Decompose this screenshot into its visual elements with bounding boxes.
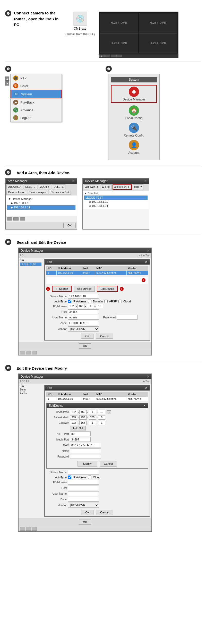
table-row-1[interactable]: 1 192.168.1.10 34567 00:12:12:5e:bf:7c H… bbox=[46, 271, 148, 275]
ip-search-btn[interactable]: IP Search bbox=[52, 286, 72, 292]
modify-btn1[interactable]: MODIFY bbox=[38, 184, 51, 189]
popup-ip-4[interactable] bbox=[98, 410, 105, 414]
area-manager-close[interactable]: ✕ bbox=[72, 179, 75, 183]
dm-account[interactable]: 👤 Account bbox=[111, 140, 157, 155]
form-password-label: Password bbox=[100, 316, 116, 319]
step6-device-name-input[interactable] bbox=[68, 470, 99, 474]
area-manager-ok[interactable]: OK bbox=[63, 223, 76, 228]
dm2-add-d[interactable]: ADD D bbox=[101, 184, 112, 190]
step6-outer-ok[interactable]: OK bbox=[79, 520, 91, 525]
step5-dm-close[interactable]: ✕ bbox=[147, 249, 149, 252]
menu-advance[interactable]: 🔧 Advance bbox=[11, 106, 62, 114]
step6-bottom-btn-1[interactable] bbox=[20, 527, 25, 531]
dm-remote-config[interactable]: 🔌 Remote Config bbox=[111, 123, 157, 137]
auto-get-btn[interactable]: Auto Get bbox=[70, 426, 86, 430]
arsp-check[interactable] bbox=[104, 300, 108, 303]
step6-table-row-1[interactable]: 1 192.168.1.10 34567 00:12:12:5e:bf:7c H… bbox=[46, 397, 148, 401]
dm2-add-device[interactable]: ADD DEVICE bbox=[113, 184, 132, 190]
menu-color[interactable]: 🎨 Color bbox=[11, 82, 62, 90]
media-port-input[interactable] bbox=[70, 437, 91, 442]
down-arrow[interactable]: ▼ bbox=[5, 81, 9, 86]
mac-input[interactable] bbox=[70, 443, 101, 447]
ip-part-4[interactable] bbox=[96, 304, 103, 308]
menu-ptz[interactable]: 🎥 PTZ bbox=[11, 74, 62, 82]
cloud-check[interactable] bbox=[118, 300, 122, 303]
ip-part-1[interactable] bbox=[68, 304, 75, 308]
popup-cancel-btn[interactable]: Cancel bbox=[100, 461, 117, 467]
step6-zone-input[interactable] bbox=[68, 497, 99, 502]
popup-gw-1[interactable] bbox=[70, 421, 77, 425]
step5-outer-ok[interactable]: OK bbox=[79, 343, 91, 349]
port-input[interactable] bbox=[68, 309, 99, 314]
popup-ip-btn[interactable]: ... bbox=[107, 410, 111, 414]
devices-export-btn[interactable]: Devices export bbox=[28, 190, 48, 195]
modify-btn[interactable]: Modify bbox=[78, 461, 97, 467]
popup-gw-4[interactable] bbox=[98, 421, 105, 425]
connection-test-btn[interactable]: Connection Test bbox=[49, 190, 71, 195]
popup-ip-2[interactable] bbox=[79, 410, 87, 414]
popup-gw-3[interactable] bbox=[89, 421, 96, 425]
dm2-item-1[interactable]: 🖥 192.168.1.10 bbox=[84, 200, 148, 204]
step6-form-ok[interactable]: OK bbox=[81, 510, 93, 515]
ip-part-2[interactable] bbox=[77, 304, 84, 308]
zone-input[interactable] bbox=[68, 321, 99, 325]
popup-subnet-3[interactable] bbox=[89, 415, 96, 420]
device-name-input[interactable] bbox=[68, 294, 99, 299]
menu-logout[interactable]: 🚪 LogOut bbox=[11, 114, 62, 122]
popup-gw-2[interactable] bbox=[79, 421, 87, 425]
edit-device-popup-close[interactable]: ✕ bbox=[143, 404, 146, 408]
tree-item-2[interactable]: ▶ 192.168.1.11 bbox=[7, 205, 75, 210]
devices-import-btn[interactable]: Devices Import bbox=[6, 190, 27, 195]
bottom-btn-3[interactable] bbox=[32, 351, 37, 354]
edit-device-btn[interactable]: EditDevice bbox=[97, 286, 118, 292]
dm2-add-area[interactable]: ADD AREA bbox=[84, 184, 100, 190]
step6-vendor-select[interactable]: |H26-HDVR bbox=[68, 503, 99, 508]
dm-local-config[interactable]: 🏠 Local Config bbox=[111, 105, 157, 120]
popup-ip-1[interactable] bbox=[70, 410, 77, 414]
step6-bottom-btn-2[interactable] bbox=[26, 527, 31, 531]
delete-btn1[interactable]: DELETE bbox=[24, 184, 37, 189]
popup-ip-3[interactable] bbox=[89, 410, 96, 414]
dm2-close[interactable]: ✕ bbox=[144, 179, 147, 183]
up-arrow[interactable]: ▲ bbox=[5, 77, 9, 81]
step6-cloud-check[interactable] bbox=[88, 476, 91, 479]
username-input[interactable] bbox=[68, 315, 99, 320]
dm2-modify[interactable]: ODIFY bbox=[133, 184, 144, 190]
add-device-btn[interactable]: Add Device bbox=[74, 286, 95, 292]
step6-ip-input[interactable] bbox=[68, 480, 99, 485]
password-input[interactable] bbox=[117, 315, 138, 320]
step6-user-input[interactable] bbox=[68, 491, 99, 496]
add-area-btn[interactable]: ADD AREA bbox=[6, 184, 23, 189]
menu-logout-label: LogOut bbox=[20, 116, 31, 120]
ip-part-3[interactable] bbox=[87, 304, 94, 308]
step6-bottom-btn-3[interactable] bbox=[32, 527, 37, 531]
dm2-item-2[interactable]: 🖥 192.168.1.11 bbox=[84, 204, 148, 208]
bottom-btn-1[interactable] bbox=[20, 351, 25, 354]
http-port-input[interactable] bbox=[70, 431, 91, 436]
step6-ip-check[interactable] bbox=[68, 476, 71, 479]
name-input[interactable] bbox=[70, 448, 101, 453]
form-ok-btn[interactable]: OK bbox=[81, 334, 93, 339]
delete-btn2[interactable]: DELETE bbox=[52, 184, 65, 189]
step6-port-input[interactable] bbox=[68, 486, 99, 490]
form-cancel-btn[interactable]: Cancel bbox=[96, 334, 113, 339]
popup-subnet-1[interactable] bbox=[70, 415, 77, 420]
tree-item-1[interactable]: ▶ 192.168.1.10 bbox=[7, 201, 75, 205]
dm2-zone-name[interactable]: LECOE TEST bbox=[84, 196, 148, 200]
step6-edit-close[interactable]: ✕ bbox=[145, 386, 148, 390]
domain-check[interactable] bbox=[88, 300, 91, 303]
popup-password-input[interactable] bbox=[70, 454, 101, 459]
bottom-btn-2[interactable] bbox=[26, 351, 31, 354]
step6-bottom-bar bbox=[19, 526, 151, 531]
step5-edit-close[interactable]: ✕ bbox=[145, 260, 148, 264]
dm-device-manager[interactable]: ⏺ Device Manager bbox=[111, 85, 157, 103]
menu-playback[interactable]: ▶ PlayBack bbox=[11, 98, 62, 106]
popup-ip-sep2: - bbox=[87, 410, 88, 414]
step6-dm-close[interactable]: ✕ bbox=[147, 375, 149, 378]
ip-address-check[interactable] bbox=[68, 300, 71, 303]
menu-system[interactable]: ⚙ System bbox=[11, 90, 62, 98]
vendor-select[interactable]: |H26-HDVR bbox=[68, 326, 99, 332]
popup-subnet-2[interactable] bbox=[79, 415, 87, 420]
popup-subnet-4[interactable] bbox=[98, 415, 105, 420]
step6-form-cancel[interactable]: Cancel bbox=[96, 510, 113, 515]
